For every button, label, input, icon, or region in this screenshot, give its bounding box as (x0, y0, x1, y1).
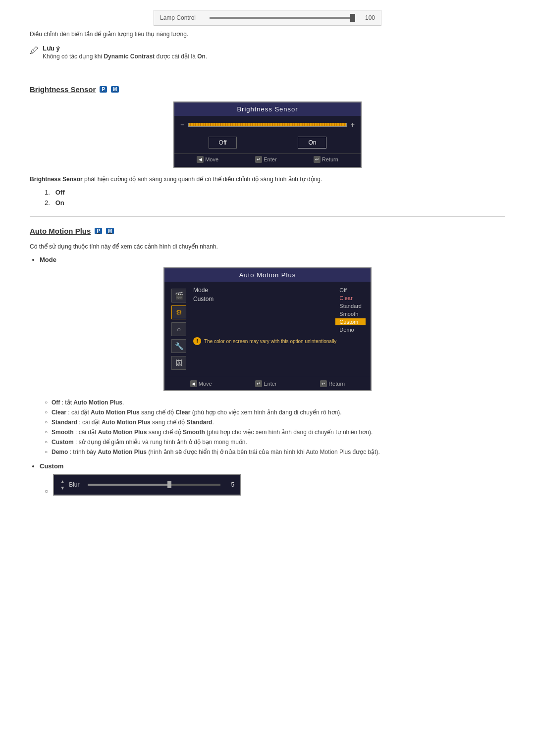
amp-icon-circle: ○ (171, 322, 186, 336)
badge-m: M (111, 86, 119, 93)
custom-bullet: Custom (40, 462, 505, 470)
blur-osd: ▲ ▼ Blur 5 (53, 474, 241, 496)
badge-p: P (100, 86, 107, 93)
item2-num: 2. (45, 199, 50, 206)
brightness-item-1: 1. Off (45, 189, 505, 196)
item1-num: 1. (45, 189, 50, 196)
blur-arrows: ▲ ▼ (60, 479, 65, 491)
note-title: Lưu ý (43, 45, 207, 52)
circle-item: Off : tắt Auto Motion Plus. (45, 399, 505, 406)
amp-content-col: Mode Custom Off Clear Standard Smooth Cu… (193, 287, 366, 372)
amp-nav-move: ◀ Move (190, 380, 212, 387)
amp-osd-title: Auto Motion Plus (164, 268, 371, 282)
amp-custom-text: Custom (193, 296, 214, 302)
lamp-value: 100 (360, 14, 375, 21)
amp-circle-list: Off : tắt Auto Motion Plus.Clear : cài đ… (45, 399, 505, 455)
custom-bullet-list: Custom (40, 462, 505, 470)
amp-badge-m: M (106, 228, 114, 234)
amp-mode-row: Mode Custom Off Clear Standard Smooth Cu… (193, 287, 366, 333)
amp-title-text: Auto Motion Plus (30, 227, 91, 235)
opt-standard[interactable]: Standard (335, 302, 366, 309)
opt-smooth[interactable]: Smooth (335, 310, 366, 317)
amp-nav-return: ↩ Return (320, 380, 345, 387)
amp-move-icon: ◀ (190, 380, 197, 387)
brightness-item-2: 2. On (45, 199, 505, 206)
amp-return-icon: ↩ (320, 380, 327, 387)
note-text3: . (206, 53, 207, 60)
note-bold1: Dynamic Contrast (104, 53, 155, 60)
circle-item: Clear : cài đặt Auto Motion Plus sang ch… (45, 409, 505, 416)
amp-mode-label: Mode (40, 256, 56, 263)
blur-thumb (167, 481, 171, 488)
lamp-slider-fill (210, 17, 355, 19)
blur-label: Blur (69, 481, 84, 488)
circle-bullet-custom: ○ (45, 488, 48, 495)
amp-options-col: Off Clear Standard Smooth Custom Demo (335, 287, 366, 333)
circle-item: Custom : sử dụng để giảm nhiễu và rung h… (45, 439, 505, 446)
note-text1: Không có tác dụng khi (43, 53, 104, 60)
note-text: Không có tác dụng khi Dynamic Contrast đ… (43, 53, 207, 60)
osd-buttons-row: Off On (174, 134, 361, 153)
nav-move: ◀ Move (197, 156, 218, 163)
note-text2: được cài đặt là (155, 53, 197, 60)
amp-nav-row: ◀ Move ↵ Enter ↩ Return (164, 377, 371, 390)
osd-slider-track[interactable] (188, 123, 347, 127)
opt-off[interactable]: Off (335, 287, 366, 294)
amp-bullet-list: Mode (40, 256, 505, 263)
item2-label: On (55, 199, 64, 206)
off-button[interactable]: Off (209, 137, 237, 149)
divider-2 (30, 216, 505, 217)
note-box: 🖊 Lưu ý Không có tác dụng khi Dynamic Co… (30, 45, 505, 60)
auto-motion-plus-section: Auto Motion Plus P M Có thể sử dụng thuộ… (30, 227, 505, 496)
move-icon: ◀ (197, 156, 204, 163)
amp-icon-settings: ⚙ (171, 305, 186, 319)
osd-nav-row: ◀ Move ↵ Enter ↩ Return (174, 153, 361, 167)
amp-icon-image: 🖼 (171, 356, 186, 370)
amp-icon-film: 🎬 (171, 289, 186, 302)
note-bold2: On (197, 53, 206, 60)
warning-icon: ! (193, 337, 201, 345)
blur-down-arrow: ▼ (60, 485, 65, 491)
amp-desc: Có thể sử dụng thuộc tính này để xem các… (30, 243, 505, 250)
nav-return-label: Return (322, 156, 338, 162)
brightness-desc: Brightness Sensor phát hiện cường độ ánh… (30, 176, 505, 183)
on-button[interactable]: On (298, 137, 326, 149)
brightness-sensor-section: Brightness Sensor P M Brightness Sensor … (30, 85, 505, 206)
nav-return: ↩ Return (314, 156, 338, 163)
blur-fill (88, 484, 167, 486)
circle-item: Standard : cài đặt Auto Motion Plus sang… (45, 419, 505, 426)
amp-icons-col: 🎬 ⚙ ○ 🔧 🖼 (169, 287, 188, 372)
lamp-control-label: Lamp Control (160, 14, 205, 21)
note-content: Lưu ý Không có tác dụng khi Dynamic Cont… (43, 45, 207, 60)
blur-up-arrow: ▲ (60, 479, 65, 484)
amp-mode-text: Mode (193, 287, 214, 294)
amp-osd: Auto Motion Plus 🎬 ⚙ ○ 🔧 🖼 Mode Custom (163, 267, 372, 391)
divider-1 (30, 75, 505, 75)
amp-nav-enter-label: Enter (264, 381, 276, 387)
amp-icon-gear2: 🔧 (171, 339, 186, 353)
osd-plus: + (351, 121, 355, 129)
amp-nav-return-label: Return (328, 381, 345, 387)
circle-item: Smooth : cài đặt Auto Motion Plus sang c… (45, 429, 505, 436)
brightness-osd: Brightness Sensor − + Off On ◀ Move ↵ En… (173, 101, 362, 168)
circle-item: Demo : trình bày Auto Motion Plus (hình … (45, 449, 505, 455)
osd-title-bar: Brightness Sensor (174, 102, 361, 116)
osd-slider-row: − + (174, 116, 361, 134)
blur-osd-row: ▲ ▼ Blur 5 (54, 475, 240, 495)
nav-enter-label: Enter (264, 156, 276, 162)
lamp-desc: Điều chỉnh đèn biến tần để giảm lượng ti… (30, 31, 505, 38)
amp-mode-col: Mode Custom (193, 287, 214, 302)
amp-enter-icon: ↵ (255, 380, 262, 387)
lamp-control-section: Lamp Control 100 Điều chỉnh đèn biến tần… (30, 10, 505, 60)
opt-demo[interactable]: Demo (335, 326, 366, 333)
amp-nav-enter: ↵ Enter (255, 380, 276, 387)
enter-icon: ↵ (255, 156, 262, 163)
lamp-control-box: Lamp Control 100 (154, 10, 381, 26)
brightness-sensor-title-text: Brightness Sensor (30, 85, 96, 94)
lamp-slider-track[interactable] (210, 17, 355, 19)
opt-clear[interactable]: Clear (335, 295, 366, 302)
brightness-sensor-title: Brightness Sensor P M (30, 85, 505, 94)
item1-label: Off (55, 189, 65, 196)
opt-custom[interactable]: Custom (335, 318, 366, 325)
blur-track[interactable] (88, 484, 220, 486)
